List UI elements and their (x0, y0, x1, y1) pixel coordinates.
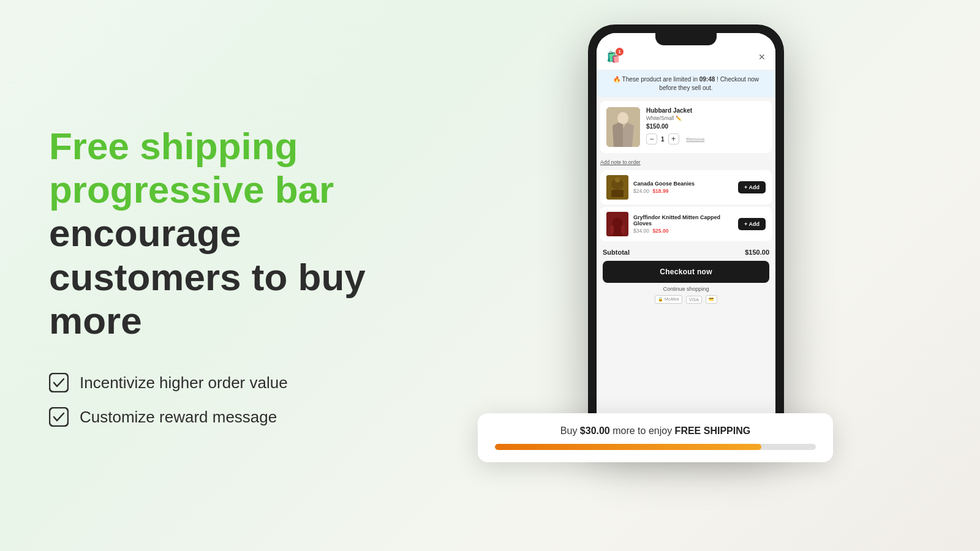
upsell-prices-2: $34.00 $25.00 (633, 228, 733, 234)
features-list: Incentivize higher order value Customize… (49, 373, 441, 427)
product-name: Hubbard Jacket (646, 107, 766, 114)
payment-icons: 🔒 McAfee VISA 💳 (603, 295, 769, 304)
upsell-info-1: Canada Goose Beanies $24.00 $18.99 (633, 181, 733, 194)
headline: Free shipping progressive bar encourage … (49, 124, 441, 342)
feature-item-1: Incentivize higher order value (49, 373, 441, 392)
shipping-post-text: more to enjoy (612, 425, 674, 436)
add-upsell-2-button[interactable]: + Add (738, 218, 766, 230)
feature-text-1: Incentivize higher order value (80, 373, 288, 392)
upsell-name-2: Gryffindor Knitted Mitten Capped Gloves (633, 214, 733, 227)
upsell-info-2: Gryffindor Knitted Mitten Capped Gloves … (633, 214, 733, 234)
left-section: Free shipping progressive bar encourage … (0, 88, 490, 463)
svg-point-3 (617, 112, 628, 124)
urgency-text-1: These product are limited in (622, 76, 699, 83)
add-upsell-1-button[interactable]: + Add (738, 181, 766, 193)
continue-shopping-link[interactable]: Continue shopping (603, 286, 769, 292)
mastercard-icon: 💳 (706, 295, 717, 304)
feature-text-2: Customize reward message (80, 408, 277, 427)
product-price: $150.00 (646, 123, 766, 130)
gloves-image (606, 212, 628, 236)
product-thumbnail (606, 107, 640, 147)
upsell-thumb-1 (606, 175, 628, 200)
qty-increase-button[interactable]: + (668, 133, 679, 144)
headline-dark: encourage customers to buy more (49, 212, 366, 342)
sale-price-1: $18.99 (652, 188, 668, 194)
urgency-time: 09:48 (699, 76, 715, 83)
urgency-emoji: 🔥 (613, 76, 620, 83)
qty-number: 1 (661, 136, 665, 143)
upsell-item-1: Canada Goose Beanies $24.00 $18.99 + Add (600, 170, 772, 204)
svg-rect-9 (610, 225, 614, 234)
upsell-thumb-2 (606, 212, 628, 236)
cart-badge: 1 (616, 48, 624, 56)
headline-green: Free shipping progressive bar (49, 125, 334, 211)
svg-rect-1 (50, 408, 68, 426)
cart-footer: Subtotal $150.00 Checkout now Continue s… (597, 244, 775, 309)
upsell-prices-1: $24.00 $18.99 (633, 188, 733, 194)
product-info: Hubbard Jacket White/Small ✏️ $150.00 − … (646, 107, 766, 147)
visa-icon: VISA (686, 296, 702, 304)
original-price-1: $24.00 (633, 188, 649, 194)
remove-button[interactable]: Remove (687, 137, 705, 142)
feature-item-2: Customize reward message (49, 407, 441, 427)
shipping-message: Buy $30.00 more to enjoy FREE SHIPPING (495, 425, 816, 437)
jacket-image (606, 107, 640, 147)
shipping-free-label: FREE SHIPPING (675, 425, 751, 436)
shipping-pre-text: Buy (560, 425, 580, 436)
svg-point-7 (615, 178, 620, 182)
cart-icon-wrap: 🛍️ 1 (606, 50, 620, 64)
checkout-button[interactable]: Checkout now (603, 261, 769, 283)
mcafee-icon: 🔒 McAfee (655, 295, 682, 304)
svg-rect-10 (621, 225, 625, 234)
product-item: Hubbard Jacket White/Small ✏️ $150.00 − … (600, 101, 772, 153)
subtotal-row: Subtotal $150.00 (603, 249, 769, 256)
quantity-controls: − 1 + Remove (646, 133, 766, 144)
subtotal-value: $150.00 (745, 249, 769, 256)
progress-bar-track (495, 444, 816, 450)
check-icon-2 (49, 407, 69, 427)
shipping-progress-card: Buy $30.00 more to enjoy FREE SHIPPING (478, 413, 833, 462)
phone-notch (655, 33, 717, 45)
sale-price-2: $25.00 (652, 228, 668, 234)
product-variant: White/Small ✏️ (646, 115, 766, 121)
beanie-image (606, 175, 628, 200)
check-icon-1 (49, 373, 69, 392)
shipping-amount: $30.00 (580, 425, 610, 436)
qty-decrease-button[interactable]: − (646, 133, 657, 144)
upsell-item-2: Gryffindor Knitted Mitten Capped Gloves … (600, 207, 772, 241)
edit-variant-icon[interactable]: ✏️ (676, 116, 682, 121)
original-price-2: $34.00 (633, 228, 649, 234)
urgency-banner: 🔥 These product are limited in 09:48 ! C… (597, 70, 775, 97)
cart-close-button[interactable]: ✕ (758, 52, 766, 62)
phone-frame: 🛍️ 1 ✕ 🔥 These product are limited in 09… (588, 24, 784, 441)
upsell-name-1: Canada Goose Beanies (633, 181, 733, 187)
progress-bar-fill (495, 444, 761, 450)
svg-rect-6 (611, 190, 624, 197)
add-note-link[interactable]: Add note to order (597, 157, 775, 168)
svg-rect-0 (50, 373, 68, 392)
right-section: 🛍️ 1 ✕ 🔥 These product are limited in 09… (490, 0, 796, 551)
subtotal-label: Subtotal (603, 249, 630, 256)
phone-screen: 🛍️ 1 ✕ 🔥 These product are limited in 09… (597, 33, 775, 432)
